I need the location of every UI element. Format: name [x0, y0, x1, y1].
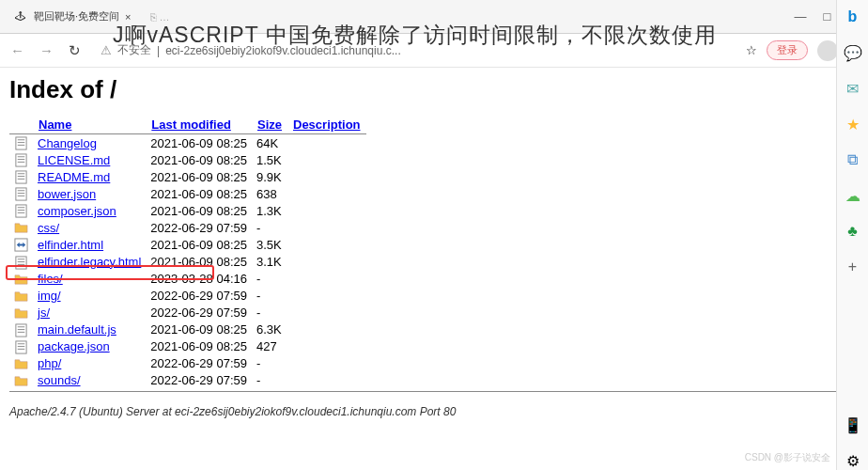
table-row: img/2022-06-29 07:59- — [9, 288, 366, 305]
svg-rect-25 — [16, 324, 26, 337]
svg-rect-8 — [16, 171, 26, 183]
file-link[interactable]: php/ — [38, 356, 61, 370]
file-link[interactable]: elfinder.html — [38, 238, 103, 252]
file-modified: 2021-06-09 08:25 — [146, 321, 252, 338]
file-link[interactable]: css/ — [38, 221, 59, 235]
file-modified: 2022-06-29 07:59 — [146, 355, 252, 372]
col-name[interactable]: Name — [39, 118, 71, 132]
file-type-icon — [9, 355, 33, 372]
table-row: js/2022-06-29 07:59- — [9, 305, 366, 321]
file-modified: 2021-06-09 08:25 — [146, 338, 252, 355]
plus-icon[interactable]: + — [844, 258, 862, 276]
table-row: css/2022-06-29 07:59- — [9, 219, 366, 236]
table-row: LICENSE.md2021-06-09 08:251.5K — [9, 151, 366, 168]
mobile-icon[interactable]: 📱 — [844, 415, 862, 426]
file-type-icon — [9, 202, 33, 219]
overlay-banner: J啊vASCRIPT 中国免费解除了访问时间限制，不限次数使用 — [113, 21, 717, 50]
file-type-icon — [9, 134, 33, 152]
file-link[interactable]: files/ — [38, 272, 63, 286]
file-link[interactable]: package.json — [38, 339, 110, 353]
file-type-icon — [9, 185, 33, 202]
star-icon[interactable]: ★ — [844, 115, 862, 133]
file-link[interactable]: main.default.js — [38, 322, 116, 337]
file-size: 1.5K — [252, 151, 287, 168]
file-modified: 2021-06-09 08:25 — [146, 168, 252, 185]
tab-favicon-icon: 🕹 — [15, 10, 28, 24]
file-modified: 2021-06-09 08:25 — [146, 236, 252, 253]
file-size: - — [252, 305, 287, 321]
table-row: files/2023-03-28 04:16- — [9, 271, 366, 288]
insecure-icon: ⚠ — [101, 43, 112, 57]
svg-rect-29 — [16, 341, 26, 353]
col-size[interactable]: Size — [257, 118, 282, 132]
cloud-icon[interactable]: ☁ — [844, 186, 862, 205]
file-type-icon — [9, 236, 33, 253]
file-size: 1.3K — [252, 202, 287, 219]
right-sidebar: b 💬 ✉ ★ ⧉ ☁ ♣ + 📱 ⚙ — [836, 0, 868, 426]
collections-icon[interactable]: ⧉ — [844, 150, 862, 169]
table-row: composer.json2021-06-09 08:251.3K — [9, 202, 366, 219]
file-modified: 2022-06-29 07:59 — [146, 372, 252, 389]
file-size: - — [252, 355, 287, 372]
page-content: Index of / Name Last modified Size Descr… — [0, 68, 868, 426]
tree-icon[interactable]: ♣ — [844, 222, 862, 241]
file-modified: 2022-06-29 07:59 — [146, 305, 252, 321]
svg-rect-12 — [16, 188, 26, 200]
table-row: package.json2021-06-09 08:25427 — [9, 338, 366, 355]
file-type-icon — [9, 168, 33, 185]
file-size: 6.3K — [252, 321, 287, 338]
svg-rect-0 — [16, 137, 26, 149]
table-row: README.md2021-06-09 08:259.9K — [9, 168, 366, 185]
file-size: 3.5K — [252, 236, 287, 253]
page-title: Index of / — [9, 75, 859, 104]
table-row: main.default.js2021-06-09 08:256.3K — [9, 321, 366, 338]
file-size: 3.1K — [252, 253, 287, 270]
svg-rect-16 — [16, 205, 26, 217]
file-modified: 2023-03-28 04:16 — [146, 271, 252, 288]
file-link[interactable]: img/ — [38, 289, 61, 303]
file-size: 9.9K — [252, 168, 287, 185]
file-size: - — [252, 372, 287, 389]
file-size: - — [252, 219, 287, 236]
table-row: elfinder.legacy.html2021-06-09 08:253.1K — [9, 253, 366, 270]
maximize-button[interactable]: □ — [824, 9, 831, 24]
bing-icon[interactable]: b — [844, 8, 862, 26]
file-type-icon — [9, 219, 33, 236]
col-desc[interactable]: Description — [293, 118, 361, 132]
file-link[interactable]: js/ — [38, 306, 50, 320]
file-link[interactable]: elfinder.legacy.html — [38, 255, 141, 269]
file-modified: 2022-06-29 07:59 — [146, 288, 252, 305]
svg-rect-21 — [16, 256, 26, 268]
server-footer: Apache/2.4.7 (Ubuntu) Server at eci-2ze6… — [9, 405, 859, 418]
file-link[interactable]: sounds/ — [38, 373, 81, 387]
file-link[interactable]: Changelog — [38, 136, 97, 150]
chat-icon[interactable]: 💬 — [844, 43, 862, 62]
favorite-icon[interactable]: ☆ — [746, 43, 757, 57]
directory-listing: Name Last modified Size Description Chan… — [9, 116, 366, 389]
file-link[interactable]: composer.json — [38, 204, 116, 218]
refresh-button[interactable]: ↻ — [66, 39, 84, 62]
file-size: - — [252, 288, 287, 305]
back-button[interactable]: ← — [8, 39, 27, 61]
file-type-icon — [9, 372, 33, 389]
file-modified: 2021-06-09 08:25 — [146, 253, 252, 270]
file-size: - — [252, 271, 287, 288]
table-row: elfinder.html2021-06-09 08:253.5K — [9, 236, 366, 253]
file-link[interactable]: LICENSE.md — [38, 153, 110, 167]
col-modified[interactable]: Last modified — [151, 118, 231, 132]
forward-button: → — [37, 39, 56, 61]
file-modified: 2022-06-29 07:59 — [146, 219, 252, 236]
file-size: 427 — [252, 338, 287, 355]
file-link[interactable]: bower.json — [38, 187, 96, 201]
table-row: Changelog2021-06-09 08:2564K — [9, 134, 366, 152]
file-type-icon — [9, 151, 33, 168]
file-type-icon — [9, 288, 33, 305]
tab-title: 靶回靶场·免费空间 — [34, 9, 119, 24]
file-modified: 2021-06-09 08:25 — [146, 134, 252, 152]
file-link[interactable]: README.md — [38, 170, 110, 184]
minimize-button[interactable]: — — [795, 9, 807, 24]
table-row: sounds/2022-06-29 07:59- — [9, 372, 366, 389]
login-button[interactable]: 登录 — [767, 40, 808, 60]
table-row: bower.json2021-06-09 08:25638 — [9, 185, 366, 202]
mail-icon[interactable]: ✉ — [844, 79, 862, 98]
